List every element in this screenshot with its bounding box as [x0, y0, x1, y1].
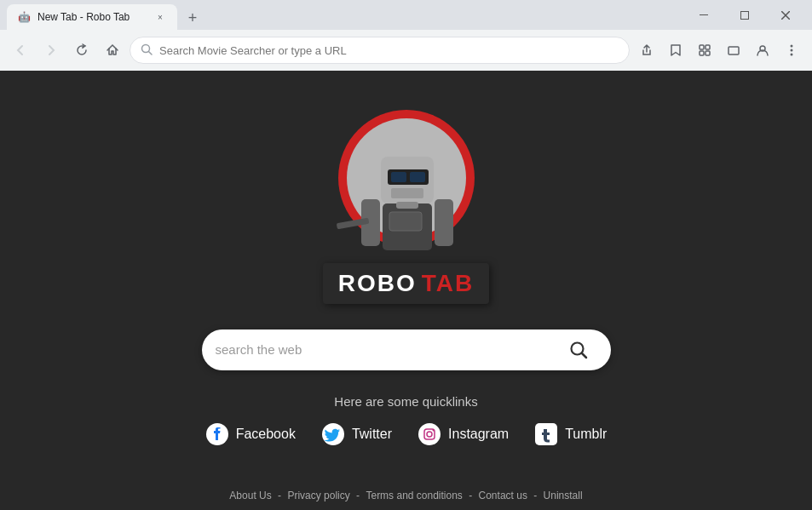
robot-figure — [321, 101, 492, 272]
instagram-icon — [418, 422, 441, 446]
svg-rect-10 — [728, 47, 739, 54]
twitter-label: Twitter — [352, 427, 392, 442]
svg-line-27 — [582, 353, 586, 358]
svg-point-13 — [791, 49, 793, 52]
active-tab[interactable]: 🤖 New Tab - Robo Tab × — [7, 4, 177, 30]
logo-robo-text: ROBO — [338, 270, 417, 297]
svg-rect-18 — [435, 199, 453, 246]
svg-rect-25 — [396, 202, 418, 209]
tab-favicon: 🤖 — [17, 10, 31, 24]
address-search-icon — [141, 43, 153, 58]
bookmark-button[interactable] — [662, 37, 689, 64]
twitter-icon — [321, 422, 345, 446]
svg-rect-0 — [700, 14, 708, 15]
titlebar: 🤖 New Tab - Robo Tab × + — [0, 0, 812, 30]
back-button[interactable] — [7, 37, 34, 64]
tab-strip: 🤖 New Tab - Robo Tab × + — [7, 0, 681, 30]
svg-point-30 — [418, 423, 441, 445]
facebook-icon — [205, 422, 229, 446]
quicklink-facebook[interactable]: Facebook — [205, 422, 296, 446]
quicklink-twitter[interactable]: Twitter — [321, 422, 392, 446]
window-controls — [684, 2, 805, 29]
svg-point-33 — [433, 429, 435, 431]
svg-rect-6 — [700, 45, 704, 49]
logo-graphic — [321, 101, 492, 272]
refresh-button[interactable] — [68, 37, 95, 64]
home-button[interactable] — [99, 37, 126, 64]
footer-about[interactable]: About Us — [229, 490, 271, 501]
footer-links: About Us - Privacy policy - Terms and co… — [0, 490, 812, 501]
minimize-button[interactable] — [684, 2, 723, 29]
toolbar-actions — [633, 37, 805, 64]
menu-button[interactable] — [778, 37, 805, 64]
tumblr-icon — [534, 422, 558, 446]
footer-contact[interactable]: Contact us — [479, 490, 527, 501]
profile-button[interactable] — [749, 37, 776, 64]
maximize-button[interactable] — [725, 2, 764, 29]
share-button[interactable] — [633, 37, 660, 64]
instagram-label: Instagram — [448, 427, 509, 442]
tab-close-button[interactable]: × — [153, 10, 167, 24]
address-bar[interactable] — [130, 37, 630, 64]
search-input[interactable] — [216, 342, 597, 357]
tumblr-label: Tumblr — [565, 427, 607, 442]
cast-button[interactable] — [720, 37, 747, 64]
search-submit-button[interactable] — [560, 331, 597, 369]
search-bar[interactable] — [202, 329, 611, 370]
toolbar — [0, 30, 812, 71]
page-content: ROBO TAB Here are some quicklinks — [0, 71, 812, 510]
facebook-label: Facebook — [236, 427, 296, 442]
quicklink-tumblr[interactable]: Tumblr — [534, 422, 607, 446]
extensions-button[interactable] — [691, 37, 718, 64]
page-footer: About Us - Privacy policy - Terms and co… — [0, 490, 812, 501]
svg-rect-8 — [700, 51, 704, 55]
search-container — [202, 329, 611, 370]
new-tab-button[interactable]: + — [181, 6, 204, 30]
logo-text-container: ROBO TAB — [323, 263, 489, 304]
svg-rect-7 — [705, 45, 710, 49]
logo-tab-text: TAB — [422, 270, 474, 297]
svg-rect-23 — [410, 172, 425, 182]
svg-rect-9 — [705, 51, 710, 55]
svg-rect-22 — [391, 172, 406, 182]
tab-title: New Tab - Robo Tab — [37, 11, 147, 23]
quicklinks-title: Here are some quicklinks — [334, 394, 477, 409]
quicklinks-section: Here are some quicklinks Facebook — [205, 394, 608, 446]
quicklink-instagram[interactable]: Instagram — [418, 422, 509, 446]
svg-line-5 — [149, 51, 153, 54]
close-window-button[interactable] — [766, 2, 805, 29]
svg-rect-24 — [391, 188, 423, 198]
svg-point-12 — [791, 45, 793, 48]
svg-point-14 — [791, 54, 793, 56]
svg-rect-1 — [741, 11, 749, 19]
footer-terms[interactable]: Terms and conditions — [366, 490, 462, 501]
quicklinks-row: Facebook Twitter — [205, 422, 608, 446]
address-input[interactable] — [159, 44, 619, 57]
logo-container: ROBO TAB — [321, 101, 492, 304]
forward-button[interactable] — [37, 37, 65, 64]
footer-uninstall[interactable]: Uninstall — [544, 490, 583, 501]
svg-rect-16 — [389, 212, 422, 231]
footer-privacy[interactable]: Privacy policy — [287, 490, 349, 501]
